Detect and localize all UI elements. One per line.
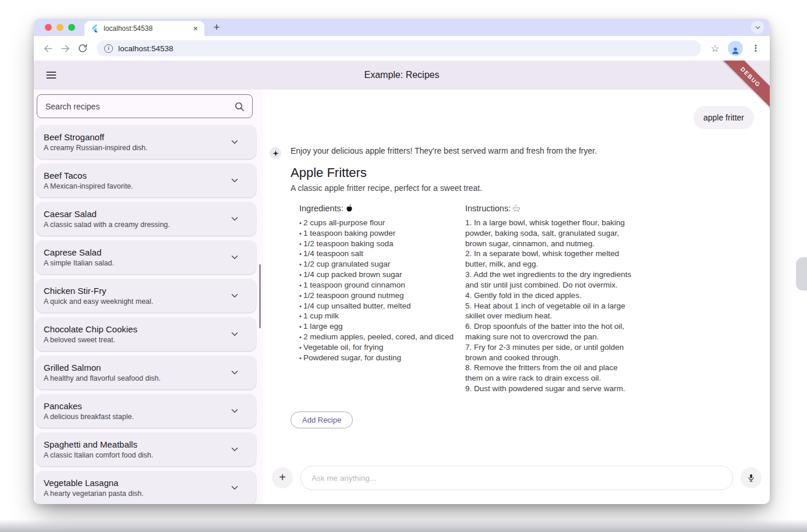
forward-button[interactable] (57, 40, 73, 56)
minimize-window-button[interactable] (56, 24, 63, 31)
recipe-list-item-text: Caesar Salad A classic salad with a crea… (44, 209, 229, 229)
recipe-list-item-text: Vegetable Lasagna A hearty vegetarian pa… (44, 478, 229, 498)
app-root: Example: Recipes DEBUG (34, 61, 770, 504)
chevron-down-icon (229, 175, 240, 186)
chat-input-bar: + (272, 466, 762, 490)
recipe-item-description: A beloved sweet treat. (44, 336, 229, 344)
bookmark-button[interactable]: ☆ (707, 40, 723, 56)
expand-button[interactable] (229, 329, 240, 339)
recipe-item-description: A creamy Russian-inspired dish. (44, 144, 229, 152)
search-icon (233, 101, 245, 112)
search-field[interactable] (37, 94, 253, 118)
recipe-item-title: Caprese Salad (44, 247, 229, 257)
ingredients-list: 2 cups all-purpose flour1 teaspoon bakin… (299, 218, 456, 363)
ingredient-item: Vegetable oil, for frying (299, 342, 456, 353)
instruction-step: 9. Dust with powdered sugar and serve wa… (465, 384, 635, 394)
ingredient-item: 1/2 teaspoon baking soda (299, 239, 456, 249)
browser-tab[interactable]: localhost:54538 × (84, 21, 204, 36)
tab-search-button[interactable] (751, 21, 764, 34)
recipe-list-item[interactable]: Beef Tacos A Mexican-inspired favorite. (36, 164, 256, 197)
recipe-list-item[interactable]: Chocolate Chip Cookies A beloved sweet t… (36, 317, 256, 351)
flutter-favicon-icon (91, 24, 99, 33)
expand-button[interactable] (229, 406, 240, 416)
chat-input[interactable] (312, 474, 722, 483)
tab-title: localhost:54538 (104, 24, 187, 33)
chevron-down-icon (229, 252, 240, 263)
zoom-window-button[interactable] (68, 24, 75, 31)
steaming-bowl-icon (512, 204, 521, 213)
chat-scroll-area[interactable]: apple fritter Enjoy your delicious apple… (263, 90, 770, 452)
recipe-item-description: A classic Italian comfort food dish. (44, 451, 229, 459)
recipe-list-item[interactable]: Chicken Stir-Fry A quick and easy weekni… (36, 279, 256, 313)
site-info-icon[interactable]: i (104, 44, 113, 53)
assistant-message-row: Enjoy your delicious apple fritters! The… (270, 146, 754, 428)
recipe-list-item-text: Chicken Stir-Fry A quick and easy weekni… (44, 286, 229, 306)
recipe-list-item[interactable]: Beef Stroganoff A creamy Russian-inspire… (36, 125, 256, 159)
chevron-down-icon (229, 329, 240, 339)
profile-button[interactable] (728, 41, 743, 56)
expand-button[interactable] (229, 483, 240, 493)
expand-button[interactable] (229, 290, 240, 301)
recipe-item-title: Grilled Salmon (44, 363, 229, 373)
browser-window: localhost:54538 × + (34, 19, 770, 504)
page-title: Example: Recipes (34, 70, 770, 80)
bookmark-star-icon: ☆ (710, 42, 719, 55)
recipe-list-item-text: Grilled Salmon A healthy and flavorful s… (44, 363, 229, 382)
expand-button[interactable] (229, 252, 240, 263)
recipe-list-item[interactable]: Caesar Salad A classic salad with a crea… (36, 202, 256, 236)
reload-button[interactable] (75, 40, 91, 56)
url-bar[interactable]: i localhost:54538 (97, 40, 701, 56)
add-recipe-button[interactable]: Add Recipe (291, 412, 353, 428)
attach-button[interactable]: + (272, 467, 293, 488)
recipe-list-item[interactable]: Vegetable Lasagna A hearty vegetarian pa… (36, 471, 256, 504)
recipe-list-item-text: Caprese Salad A simple Italian salad. (44, 247, 229, 267)
new-tab-button[interactable]: + (209, 20, 224, 35)
close-tab-icon[interactable]: × (192, 24, 200, 33)
sidebar-scrollbar-thumb[interactable] (259, 264, 261, 328)
expand-button[interactable] (229, 214, 240, 224)
chat-input-field[interactable] (300, 466, 733, 490)
app-body: Beef Stroganoff A creamy Russian-inspire… (34, 90, 770, 504)
ingredients-heading: Ingredients: (299, 204, 456, 213)
screenshot-stage: localhost:54538 × + (0, 0, 807, 532)
back-button[interactable] (40, 40, 56, 56)
chevron-down-icon (229, 483, 240, 493)
ingredient-item: 1/4 cup unsalted butter, melted (299, 301, 456, 311)
ingredients-column: Ingredients: 2 cups (299, 204, 456, 394)
chat-pane: apple fritter Enjoy your delicious apple… (263, 90, 770, 504)
recipe-list-item-text: Beef Stroganoff A creamy Russian-inspire… (44, 132, 229, 152)
instruction-step: 6. Drop spoonfuls of the batter into the… (465, 321, 635, 342)
recipe-item-description: A hearty vegetarian pasta dish. (44, 490, 229, 498)
forward-icon (60, 43, 71, 54)
chevron-down-icon (229, 137, 240, 147)
search-input[interactable] (45, 102, 229, 111)
expand-button[interactable] (229, 175, 240, 186)
expand-button[interactable] (229, 444, 240, 455)
recipe-list-item[interactable]: Spaghetti and Meatballs A classic Italia… (36, 432, 256, 466)
recipe-item-title: Caesar Salad (44, 209, 229, 219)
recipe-list-item-text: Spaghetti and Meatballs A classic Italia… (44, 439, 229, 459)
back-icon (43, 43, 54, 54)
chevron-down-icon (229, 290, 240, 301)
expand-button[interactable] (229, 367, 240, 378)
recipe-item-title: Chocolate Chip Cookies (44, 324, 229, 334)
user-message-row: apple fritter (270, 106, 754, 129)
recipe-list-item[interactable]: Pancakes A delicious breakfast staple. (36, 394, 256, 428)
recipe-item-description: A quick and easy weeknight meal. (44, 297, 229, 306)
ingredient-item: 1 teaspoon baking powder (299, 228, 456, 239)
page-scrollbar-thumb[interactable] (796, 257, 807, 290)
recipe-list-item[interactable]: Caprese Salad A simple Italian salad. (36, 240, 256, 274)
recipe-subtitle: A classic apple fritter recipe, perfect … (291, 183, 754, 193)
recipe-item-title: Beef Stroganoff (44, 132, 229, 142)
voice-input-button[interactable] (741, 467, 762, 488)
close-window-button[interactable] (45, 24, 52, 31)
recipe-list-item[interactable]: Grilled Salmon A healthy and flavorful s… (36, 356, 256, 389)
app-header: Example: Recipes (34, 61, 770, 90)
mic-icon (746, 473, 756, 483)
chevron-down-icon (229, 367, 240, 378)
recipe-list: Beef Stroganoff A creamy Russian-inspire… (34, 125, 263, 504)
recipe-item-title: Chicken Stir-Fry (44, 286, 229, 296)
browser-menu-button[interactable]: ⋮ (748, 40, 764, 56)
ingredients-heading-text: Ingredients: (299, 204, 344, 213)
expand-button[interactable] (229, 137, 240, 147)
